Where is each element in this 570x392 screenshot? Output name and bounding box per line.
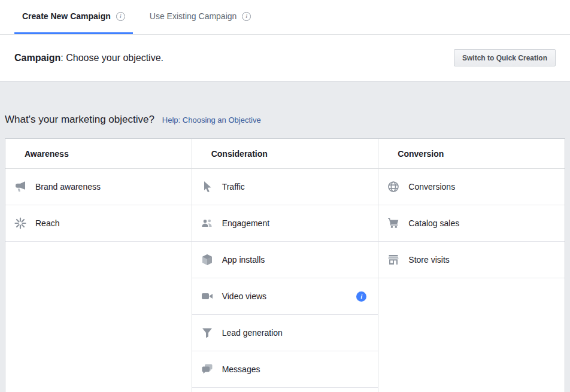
objective-label: Messages xyxy=(222,364,367,374)
tab-label: Use Existing Campaign xyxy=(150,11,237,21)
campaign-title-bold: Campaign xyxy=(14,53,60,63)
megaphone-icon xyxy=(14,180,27,193)
column-header-consideration: Consideration xyxy=(192,139,378,169)
campaign-header-row: Campaign: Choose your objective. Switch … xyxy=(0,35,570,81)
objective-label: Lead generation xyxy=(222,328,367,338)
column-header-conversion: Conversion xyxy=(378,139,565,169)
campaign-title: Campaign: Choose your objective. xyxy=(14,53,163,63)
objective-column-awareness: AwarenessBrand awarenessReach xyxy=(5,139,192,392)
objective-label: Video views xyxy=(222,291,357,301)
objective-video-views[interactable]: Video viewsi xyxy=(192,278,378,315)
info-icon[interactable]: i xyxy=(356,291,366,302)
objective-brand-awareness[interactable]: Brand awareness xyxy=(5,169,192,205)
objective-heading: What's your marketing objective? xyxy=(5,114,154,126)
objective-label: Reach xyxy=(35,218,180,228)
cursor-icon xyxy=(201,180,214,193)
objective-label: Store visits xyxy=(408,255,553,265)
reach-burst-icon xyxy=(14,217,27,230)
video-camera-icon xyxy=(201,290,214,303)
objective-traffic[interactable]: Traffic xyxy=(192,169,378,205)
cart-icon xyxy=(387,217,400,230)
objective-label: Catalog sales xyxy=(408,218,553,228)
help-choosing-objective-link[interactable]: Help: Choosing an Objective xyxy=(162,116,261,124)
people-icon xyxy=(201,217,214,230)
ads-manager-campaign-creation: Create New Campaign i Use Existing Campa… xyxy=(0,0,570,392)
objective-engagement[interactable]: Engagement xyxy=(192,205,378,242)
objective-label: Brand awareness xyxy=(35,182,180,192)
storefront-icon xyxy=(387,253,400,266)
tab-create-new-campaign[interactable]: Create New Campaign i xyxy=(14,0,133,34)
column-header-awareness: Awareness xyxy=(5,139,192,169)
tab-label: Create New Campaign xyxy=(22,11,111,21)
campaign-title-rest: : Choose your objective. xyxy=(60,53,163,63)
campaign-creation-panel: Create New Campaign i Use Existing Campa… xyxy=(0,0,570,81)
globe-icon xyxy=(387,180,400,193)
objective-messages[interactable]: Messages xyxy=(192,351,378,388)
objective-lead-generation[interactable]: Lead generation xyxy=(192,315,378,351)
objective-table: AwarenessBrand awarenessReachConsiderati… xyxy=(5,138,565,392)
cube-icon xyxy=(201,253,214,266)
objective-label: Conversions xyxy=(408,182,553,192)
campaign-tabs: Create New Campaign i Use Existing Campa… xyxy=(0,0,570,35)
objective-catalog-sales[interactable]: Catalog sales xyxy=(378,205,565,242)
objective-conversions[interactable]: Conversions xyxy=(378,169,565,205)
objective-heading-row: What's your marketing objective? Help: C… xyxy=(5,114,565,126)
info-icon[interactable]: i xyxy=(116,12,125,21)
chat-bubbles-icon xyxy=(201,363,214,376)
objective-reach[interactable]: Reach xyxy=(5,205,192,242)
objective-column-consideration: ConsiderationTrafficEngagementApp instal… xyxy=(192,139,379,392)
objective-app-installs[interactable]: App installs xyxy=(192,242,378,278)
funnel-icon xyxy=(201,326,214,339)
objective-column-conversion: ConversionConversionsCatalog salesStore … xyxy=(378,139,565,392)
objective-label: Traffic xyxy=(222,182,367,192)
switch-to-quick-creation-button[interactable]: Switch to Quick Creation xyxy=(454,49,556,66)
tab-use-existing-campaign[interactable]: Use Existing Campaign i xyxy=(142,0,259,34)
objective-label: App installs xyxy=(222,255,367,265)
objective-label: Engagement xyxy=(222,218,367,228)
info-icon[interactable]: i xyxy=(242,12,251,21)
objective-store-visits[interactable]: Store visits xyxy=(378,242,565,278)
objective-section: What's your marketing objective? Help: C… xyxy=(0,114,570,392)
